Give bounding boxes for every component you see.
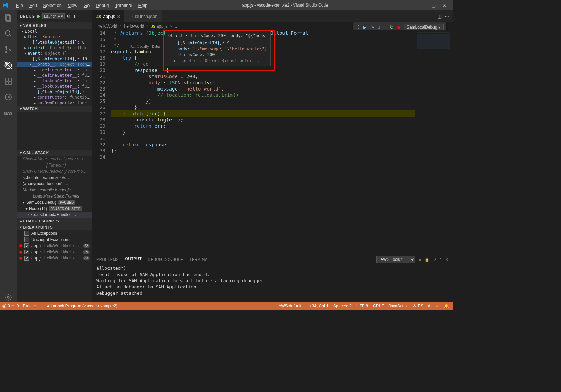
- breakpoint-checkbox[interactable]: [24, 237, 29, 242]
- panel-up-icon[interactable]: ^: [440, 257, 442, 262]
- stack-frame-row[interactable]: exports.lambdaHandler …: [17, 212, 92, 218]
- thread-row[interactable]: ▾Node (11)PAUSED ON STEP: [17, 205, 92, 212]
- breakpoint-checkbox[interactable]: [24, 231, 29, 236]
- output-channel-dropdown[interactable]: AWS Toolkit: [376, 256, 415, 263]
- panel-close-icon[interactable]: ✕: [445, 257, 448, 262]
- breakpoint-checkbox[interactable]: [24, 256, 29, 261]
- variable-row[interactable]: ▸context: Object {callback…: [17, 45, 92, 51]
- gear-icon[interactable]: ⚙: [67, 14, 71, 19]
- drag-handle-icon[interactable]: ⠿: [356, 25, 360, 30]
- minimize-button[interactable]: —: [420, 3, 425, 8]
- callstack-row[interactable]: [ Timeout ]: [17, 162, 92, 168]
- debug-hover-widget[interactable]: Object {statusCode: 200, body: "{\"messa…: [165, 31, 271, 66]
- breakpoint-checkbox[interactable]: [24, 243, 29, 248]
- tab-problems[interactable]: PROBLEMS: [96, 257, 119, 262]
- callstack-row[interactable]: Show 4 More: read-only core mo…: [17, 156, 92, 162]
- codelens[interactable]: Run Locally | Debu: [130, 44, 160, 49]
- variable-row[interactable]: [[StableObjectId]]: 8: [17, 40, 92, 45]
- step-over-button[interactable]: ↷: [370, 24, 374, 30]
- menu-view[interactable]: View: [65, 1, 80, 9]
- variable-row[interactable]: ▸__lookupGetter__: funct…: [17, 78, 92, 84]
- variable-row[interactable]: ▸__defineSetter__: funct…: [17, 73, 92, 78]
- status-bell-icon[interactable]: 🔔: [444, 304, 449, 308]
- debug-config-dropdown[interactable]: SamLocalDebug ▾: [404, 24, 444, 31]
- menu-go[interactable]: Go: [81, 1, 92, 9]
- variable-row[interactable]: ▾event: Object {}: [17, 51, 92, 56]
- status-cursor[interactable]: Ln 34, Col 1: [306, 304, 329, 308]
- variable-row[interactable]: ▸__lookupSetter__: funct…: [17, 84, 92, 89]
- menu-selection[interactable]: Selection: [40, 1, 64, 9]
- split-editor-icon[interactable]: ◫: [438, 14, 442, 19]
- test-icon[interactable]: [3, 92, 13, 102]
- lock-scroll-icon[interactable]: 🔒: [425, 257, 429, 262]
- minimap[interactable]: [415, 30, 453, 254]
- breakpoints-header[interactable]: ▾BREAKPOINTS: [17, 224, 92, 230]
- status-prettier[interactable]: Prettier: …: [23, 304, 42, 308]
- scm-icon[interactable]: [3, 45, 13, 54]
- close-button[interactable]: ✕: [443, 3, 446, 8]
- status-launch[interactable]: ● Launch Program (vscode-example2): [47, 304, 117, 308]
- callstack-row[interactable]: Show 6 More: read-only core mo…: [17, 168, 92, 174]
- breakpoint-row[interactable]: app.jshelloWorld\hello-…33: [17, 255, 92, 261]
- callstack-row[interactable]: Module._compile loader.js: [17, 187, 92, 193]
- variable-row[interactable]: ▸hasOwnProperty: functio…: [17, 100, 92, 106]
- stop-button[interactable]: ■: [397, 24, 400, 30]
- watch-header[interactable]: ▾WATCH: [17, 106, 92, 112]
- output-body[interactable]: allocated")Local invoke of SAM Applicati…: [92, 265, 453, 302]
- aws-icon[interactable]: aws: [3, 108, 13, 118]
- step-into-button[interactable]: ↓: [378, 24, 380, 30]
- extensions-icon[interactable]: [3, 76, 13, 86]
- breakpoint-row[interactable]: All Exceptions: [17, 230, 92, 236]
- thread-row[interactable]: ▾SamLocalDebugPAUSED: [17, 199, 92, 205]
- menu-debug[interactable]: Debug: [93, 1, 112, 9]
- status-aws[interactable]: AWS:default: [279, 304, 301, 308]
- variables-header[interactable]: ▾VARIABLES: [17, 22, 92, 29]
- search-icon[interactable]: [3, 29, 13, 39]
- menu-terminal[interactable]: Terminal: [112, 1, 135, 9]
- callstack-header[interactable]: ▾CALL STACK: [17, 150, 92, 156]
- callstack-row[interactable]: (anonymous function) i…: [17, 181, 92, 187]
- variables-scope[interactable]: ▾Local: [17, 29, 92, 34]
- variable-row[interactable]: [[StableObjectId]]: 11: [17, 89, 92, 95]
- close-icon[interactable]: ×: [117, 14, 120, 19]
- console-icon[interactable]: ▮: [73, 14, 76, 18]
- explorer-icon[interactable]: [3, 13, 13, 23]
- settings-icon[interactable]: [3, 293, 13, 302]
- more-icon[interactable]: ⋯: [445, 14, 449, 19]
- variable-row[interactable]: ▾__proto__: Object {const…: [17, 62, 92, 67]
- callstack-row[interactable]: scheduleIteration Runti…: [17, 174, 92, 181]
- tab-launch-json[interactable]: { } launch.json: [124, 10, 162, 22]
- breakpoint-row[interactable]: Uncaught Exceptions: [17, 236, 92, 243]
- clear-output-icon[interactable]: ≡: [419, 257, 421, 262]
- breakpoint-checkbox[interactable]: [24, 250, 29, 254]
- status-errors[interactable]: ⓧ 0 ⚠ 0: [2, 303, 19, 309]
- tab-debug-console[interactable]: DEBUG CONSOLE: [148, 257, 183, 262]
- status-spaces[interactable]: Spaces: 2: [333, 304, 352, 308]
- maximize-button[interactable]: ▢: [432, 3, 436, 8]
- variable-row[interactable]: ▸__defineGetter__: funct…: [17, 67, 92, 73]
- variable-row[interactable]: ▸this: Runtime: [17, 34, 92, 40]
- restart-button[interactable]: ↻: [389, 24, 394, 30]
- step-out-button[interactable]: ↑: [384, 24, 386, 30]
- tab-terminal[interactable]: TERMINAL: [189, 257, 210, 262]
- variable-row[interactable]: [[StableObjectId]]: 10: [17, 56, 92, 62]
- breakpoint-row[interactable]: app.jshelloWorld\hello-…29: [17, 249, 92, 255]
- tab-app-js[interactable]: JS app.js ×: [92, 10, 124, 22]
- breakpoint-row[interactable]: app.jshelloWorld\hello-…22: [17, 243, 92, 249]
- status-eol[interactable]: CRLF: [373, 304, 384, 308]
- debug-icon[interactable]: [3, 61, 13, 70]
- launch-config-dropdown[interactable]: Launch P ▾: [42, 13, 64, 19]
- status-encoding[interactable]: UTF-8: [356, 304, 368, 308]
- menu-file[interactable]: File: [13, 1, 26, 9]
- menu-help[interactable]: Help: [136, 1, 150, 9]
- start-debug-button[interactable]: ▶: [37, 14, 40, 19]
- open-file-icon[interactable]: ⭷: [433, 257, 437, 262]
- status-eslint[interactable]: ⚠ ESLint: [413, 304, 430, 308]
- menu-edit[interactable]: Edit: [27, 1, 40, 9]
- status-language[interactable]: JavaScript: [388, 304, 408, 308]
- load-more-frames[interactable]: Load More Stack Frames: [17, 193, 92, 199]
- variable-row[interactable]: ▸constructor: function O…: [17, 95, 92, 100]
- code-editor[interactable]: 1415161718192021222324252627282930313233…: [92, 30, 453, 254]
- loaded-scripts-header[interactable]: ▸LOADED SCRIPTS: [17, 218, 92, 224]
- tab-output[interactable]: OUTPUT: [125, 257, 142, 262]
